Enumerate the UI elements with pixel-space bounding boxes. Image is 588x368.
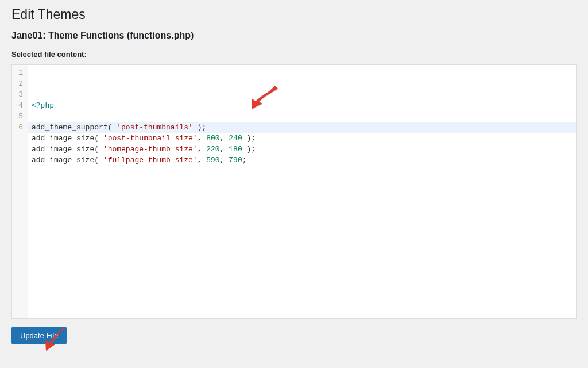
- code-editor[interactable]: 123456 <?php add_theme_support( 'post-th…: [11, 64, 577, 319]
- code-line[interactable]: [32, 111, 576, 122]
- selected-file-label: Selected file content:: [11, 50, 577, 59]
- code-line[interactable]: add_image_size( 'fullpage-thumb size', 5…: [32, 155, 576, 166]
- file-subtitle: Jane01: Theme Functions (functions.php): [11, 30, 577, 41]
- line-number: 2: [12, 78, 24, 89]
- code-line[interactable]: <?php: [32, 100, 576, 111]
- code-line[interactable]: add_image_size( 'post-thumbnail size', 8…: [32, 133, 576, 144]
- line-number: 6: [12, 122, 24, 133]
- update-file-button[interactable]: Update File: [11, 327, 67, 344]
- page-title: Edit Themes: [11, 7, 577, 22]
- line-number-gutter: 123456: [12, 65, 28, 318]
- code-content[interactable]: <?php add_theme_support( 'post-thumbnail…: [28, 65, 576, 318]
- line-number: 3: [12, 89, 24, 100]
- line-number: 4: [12, 100, 24, 111]
- line-number: 5: [12, 111, 24, 122]
- code-line[interactable]: add_image_size( 'homepage-thumb size', 2…: [32, 144, 576, 155]
- line-number: 1: [12, 67, 24, 78]
